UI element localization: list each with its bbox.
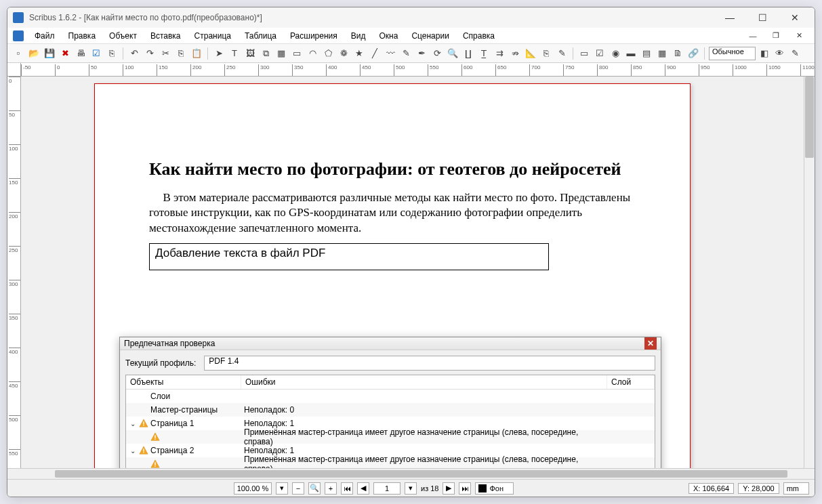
cms-icon[interactable]: ◧ — [758, 47, 771, 60]
export-pdf-icon[interactable]: ⎘ — [105, 47, 119, 60]
titlebar: Scribus 1.6.2 - [Как найти место по фото… — [7, 7, 815, 28]
menu-view[interactable]: Вид — [346, 30, 371, 42]
spiral-icon[interactable]: ❁ — [337, 47, 350, 60]
calligraphic-icon[interactable]: ✒ — [415, 47, 428, 60]
pdf-textfield-icon[interactable]: ▬ — [624, 47, 638, 60]
zoom-reset-icon[interactable]: 🔍 — [308, 482, 321, 495]
page-spinner[interactable]: ▾ — [405, 482, 417, 495]
pdf-listbox-icon[interactable]: ▦ — [655, 47, 669, 60]
line-icon[interactable]: ╱ — [368, 47, 382, 60]
open-icon[interactable]: 📂 — [27, 47, 41, 60]
table-icon[interactable]: ▦ — [274, 47, 288, 60]
pdf-pushbutton-icon[interactable]: ▭ — [577, 47, 591, 60]
select-tool-icon[interactable]: ➤ — [212, 47, 226, 60]
menu-scripts[interactable]: Сценарии — [406, 30, 454, 42]
tree-row[interactable]: Мастер-страницыНеполадок: 0 — [126, 403, 655, 417]
print-icon[interactable]: 🖶 — [74, 47, 87, 60]
zoom-in-icon[interactable]: + — [325, 482, 337, 495]
zoom-input[interactable] — [234, 482, 272, 495]
menu-insert[interactable]: Вставка — [145, 30, 186, 42]
story-editor-icon[interactable]: T̲ — [477, 47, 491, 60]
profile-select[interactable]: PDF 1.4 — [204, 356, 655, 371]
dialog-titlebar[interactable]: Предпечатная проверка ✕ — [120, 337, 661, 350]
menu-page[interactable]: Страница — [189, 30, 237, 42]
menu-edit[interactable]: Правка — [63, 30, 102, 42]
chevron-down-icon[interactable]: ⌄ — [129, 447, 137, 455]
menu-object[interactable]: Объект — [104, 30, 142, 42]
first-page-icon[interactable]: ⏮ — [341, 482, 353, 495]
pdf-checkbox-icon[interactable]: ☑ — [593, 47, 607, 60]
col-layer: Слой — [607, 375, 655, 389]
menu-extras[interactable]: Расширения — [285, 30, 343, 42]
layer-combo[interactable]: Фон — [475, 482, 514, 495]
edit-text-icon[interactable]: ∐ — [461, 47, 475, 60]
errors-tree[interactable]: Объекты Ошибки Слой СлоиМастер-страницыН… — [125, 375, 655, 468]
pdf-link-icon[interactable]: 🔗 — [686, 47, 700, 60]
close-button[interactable]: ✕ — [785, 11, 805, 24]
polygon-icon[interactable]: ⬠ — [321, 47, 335, 60]
vertical-ruler[interactable]: 050100150200250300350400450500550 — [7, 77, 21, 468]
redo-icon[interactable]: ↷ — [143, 47, 157, 60]
warning-icon — [150, 432, 160, 442]
menu-file[interactable]: Файл — [29, 30, 60, 42]
preview-icon[interactable]: 👁 — [773, 47, 787, 60]
rotate-icon[interactable]: ⟳ — [430, 47, 444, 60]
menu-help[interactable]: Справка — [457, 30, 500, 42]
text-frame-icon[interactable]: T — [228, 47, 241, 60]
save-icon[interactable]: 💾 — [43, 47, 56, 60]
row-error: Применённая мастер-страница имеет другое… — [241, 427, 607, 446]
horizontal-ruler[interactable]: -500501001502002503003504004505005506006… — [21, 63, 815, 77]
image-frame-icon[interactable]: 🖼 — [243, 47, 257, 60]
vertical-scrollbar[interactable] — [804, 77, 815, 468]
star-icon[interactable]: ★ — [352, 47, 366, 60]
layer-swatch-icon — [478, 484, 487, 492]
prev-page-icon[interactable]: ◀ — [357, 482, 369, 495]
arc-icon[interactable]: ◠ — [306, 47, 319, 60]
new-icon[interactable]: ▫ — [12, 47, 25, 60]
paste-icon[interactable]: 📋 — [190, 47, 203, 60]
zoom-icon[interactable]: 🔍 — [446, 47, 459, 60]
menu-windows[interactable]: Окна — [374, 30, 404, 42]
edit-mode-icon[interactable]: ✎ — [789, 47, 802, 60]
freehand-icon[interactable]: ✎ — [399, 47, 413, 60]
chevron-down-icon[interactable]: ⌄ — [129, 420, 137, 427]
render-frame-icon[interactable]: ⧉ — [259, 47, 272, 60]
page-input[interactable] — [373, 482, 400, 495]
copy-props-icon[interactable]: ⎘ — [539, 47, 553, 60]
svg-rect-4 — [143, 448, 144, 451]
unit-combo[interactable]: mm — [783, 482, 809, 495]
minimize-button[interactable]: — — [720, 11, 740, 24]
tree-row[interactable]: Применённая мастер-страница имеет другое… — [126, 430, 655, 444]
next-page-icon[interactable]: ▶ — [443, 482, 455, 495]
maximize-button[interactable]: ☐ — [752, 11, 773, 24]
shape-icon[interactable]: ▭ — [290, 47, 304, 60]
zoom-spinner[interactable]: ▾ — [276, 482, 288, 495]
tree-row[interactable]: Слои — [126, 390, 655, 403]
pdf-radio-icon[interactable]: ◉ — [609, 47, 622, 60]
measure-icon[interactable]: 📐 — [524, 47, 537, 60]
tree-row[interactable]: Применённая мастер-страница имеет другое… — [126, 457, 655, 468]
text-frame[interactable]: Добавление текста в файл PDF — [149, 243, 549, 270]
copy-icon[interactable]: ⎘ — [174, 47, 188, 60]
dialog-close-button[interactable]: ✕ — [644, 337, 657, 350]
cut-icon[interactable]: ✂ — [159, 47, 172, 60]
unlink-frames-icon[interactable]: ⇏ — [508, 47, 522, 60]
mdi-minimize-button[interactable]: — — [743, 29, 763, 43]
pdf-combo-icon[interactable]: ▤ — [640, 47, 653, 60]
app-window: Scribus 1.6.2 - [Как найти место по фото… — [7, 7, 815, 497]
mdi-close-button[interactable]: ✕ — [789, 29, 809, 43]
zoom-out-icon[interactable]: − — [292, 482, 304, 495]
mdi-restore-button[interactable]: ❐ — [766, 29, 786, 43]
last-page-icon[interactable]: ⏭ — [459, 482, 471, 495]
svg-rect-6 — [155, 462, 155, 465]
bezier-icon[interactable]: 〰 — [384, 47, 397, 60]
horizontal-scrollbar[interactable] — [7, 468, 815, 479]
display-mode-combo[interactable]: Обычное — [709, 47, 756, 60]
close-doc-icon[interactable]: ✖ — [58, 47, 72, 60]
eyedropper-icon[interactable]: ✎ — [555, 47, 569, 60]
pdf-annotation-icon[interactable]: 🗎 — [671, 47, 684, 60]
undo-icon[interactable]: ↶ — [127, 47, 141, 60]
preflight-icon[interactable]: ☑ — [89, 47, 103, 60]
link-frames-icon[interactable]: ⇉ — [493, 47, 506, 60]
menu-table[interactable]: Таблица — [239, 30, 282, 42]
